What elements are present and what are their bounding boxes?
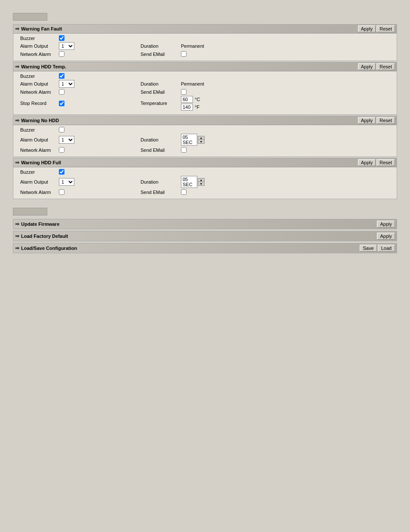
- hdd-full-send-email-label: Send EMail: [141, 190, 179, 195]
- warning-fan-fault-reset-button[interactable]: Reset: [376, 25, 395, 32]
- warning-no-hdd-apply-button[interactable]: Apply: [358, 117, 376, 124]
- hdd-full-network-alarm-checkbox[interactable]: [59, 189, 64, 195]
- hdd-temp-stop-record-label: Stop Record: [20, 101, 59, 106]
- warning-hdd-full-reset-button[interactable]: Reset: [376, 159, 395, 166]
- page-wrapper: ➡ Warning Fan Fault Apply Reset Buzzer: [0, 0, 410, 268]
- hdd-full-buzzer-row: Buzzer: [20, 169, 390, 175]
- hdd-full-send-email-checkbox[interactable]: [181, 189, 187, 195]
- no-hdd-duration-down[interactable]: ▼: [198, 140, 204, 143]
- hdd-temp-buzzer-label: Buzzer: [20, 74, 59, 79]
- no-hdd-alarm-row: Alarm Output 1 Duration 05 SEC ▲: [20, 134, 390, 146]
- no-hdd-buzzer-checkbox[interactable]: [59, 127, 64, 132]
- load-save-config-load-button[interactable]: Load: [378, 245, 395, 252]
- no-hdd-duration-label: Duration: [141, 137, 179, 142]
- hdd-temp-duration-label: Duration: [141, 81, 179, 86]
- fan-fault-alarm-output-label: Alarm Output: [20, 43, 59, 49]
- no-hdd-alarm-output-label: Alarm Output: [20, 137, 59, 142]
- arrow-icon-4: ➡: [15, 160, 19, 166]
- arrow-icon-5: ➡: [15, 221, 19, 227]
- warning-hdd-full-header: ➡ Warning HDD Full Apply Reset: [13, 158, 397, 167]
- update-firmware-panel: ➡ Update Firmware Apply: [13, 219, 397, 229]
- update-firmware-buttons: Apply: [377, 221, 395, 228]
- hdd-temp-send-email-label: Send EMail: [141, 89, 179, 95]
- fan-fault-buzzer-checkbox[interactable]: [59, 35, 64, 41]
- arrow-icon-6: ➡: [15, 233, 19, 239]
- fan-fault-buzzer-label: Buzzer: [20, 36, 59, 41]
- warning-hdd-temp-reset-button[interactable]: Reset: [376, 63, 395, 70]
- warning-hdd-temp-apply-button[interactable]: Apply: [358, 63, 376, 70]
- no-hdd-duration-spinner[interactable]: ▲ ▼: [198, 136, 205, 144]
- warning-hdd-temp-header: ➡ Warning HDD Temp. Apply Reset: [13, 62, 397, 71]
- load-save-config-save-button[interactable]: Save: [360, 245, 377, 252]
- warning-hdd-full-title: ➡ Warning HDD Full: [15, 160, 61, 166]
- hdd-full-network-row: Network Alarm Send EMail: [20, 189, 390, 195]
- hdd-temp-alarm-output-select[interactable]: 1: [59, 80, 74, 88]
- no-hdd-network-row: Network Alarm Send EMail: [20, 147, 390, 153]
- warning-no-hdd-header: ➡ Warning No HDD Apply Reset: [13, 116, 397, 125]
- hdd-full-alarm-output-label: Alarm Output: [20, 179, 59, 185]
- hdd-full-alarm-output-select[interactable]: 1: [59, 178, 74, 186]
- hdd-temp-duration-value: Permanent: [181, 81, 204, 86]
- no-hdd-buzzer-label: Buzzer: [20, 127, 59, 132]
- fan-fault-network-alarm-checkbox[interactable]: [59, 51, 64, 57]
- fan-fault-send-email-checkbox[interactable]: [181, 51, 187, 57]
- load-save-config-title: ➡ Load/Save Configuration: [15, 245, 77, 251]
- hdd-temp-network-alarm-label: Network Alarm: [20, 89, 59, 95]
- hdd-full-duration-value: 05 SEC: [181, 176, 197, 188]
- warning-hdd-full-apply-button[interactable]: Apply: [358, 159, 376, 166]
- load-factory-default-panel: ➡ Load Factory Default Apply: [13, 231, 397, 241]
- warning-no-hdd-reset-button[interactable]: Reset: [376, 117, 395, 124]
- no-hdd-duration-value: 05 SEC: [181, 134, 197, 146]
- hdd-temp-network-alarm-checkbox[interactable]: [59, 89, 64, 95]
- warning-fan-fault-body: Buzzer Alarm Output 1: [13, 34, 397, 61]
- hdd-full-duration-up[interactable]: ▲: [198, 178, 204, 182]
- hdd-temp-network-row: Network Alarm Send EMail: [20, 89, 390, 95]
- warning-fan-fault-buttons: Apply Reset: [358, 25, 395, 32]
- hdd-full-network-alarm-label: Network Alarm: [20, 190, 59, 195]
- load-factory-default-apply-button[interactable]: Apply: [377, 233, 395, 240]
- update-firmware-apply-button[interactable]: Apply: [377, 221, 395, 228]
- load-factory-default-buttons: Apply: [377, 233, 395, 240]
- warning-hdd-temp-title: ➡ Warning HDD Temp.: [15, 64, 66, 70]
- warning-hdd-temp-buttons: Apply Reset: [358, 63, 395, 70]
- fan-fault-duration-value: Permanent: [181, 43, 204, 49]
- hdd-temp-send-email-checkbox[interactable]: [181, 89, 187, 95]
- warning-hdd-full-body: Buzzer Alarm Output 1: [13, 167, 397, 199]
- arrow-icon-7: ➡: [15, 245, 19, 251]
- no-hdd-network-alarm-label: Network Alarm: [20, 148, 59, 153]
- no-hdd-send-email-checkbox[interactable]: [181, 147, 187, 153]
- warning-no-hdd-buttons: Apply Reset: [358, 117, 395, 124]
- load-save-config-buttons: Save Load: [360, 245, 395, 252]
- no-hdd-buzzer-row: Buzzer: [20, 127, 390, 132]
- no-hdd-duration-up[interactable]: ▲: [198, 136, 204, 140]
- load-save-config-header: ➡ Load/Save Configuration Save Load: [13, 243, 397, 253]
- fan-fault-duration-label: Duration: [141, 43, 179, 49]
- hdd-full-buzzer-label: Buzzer: [20, 169, 59, 175]
- update-firmware-title: ➡ Update Firmware: [15, 221, 59, 227]
- hdd-full-duration-spinner[interactable]: ▲ ▼: [198, 178, 205, 186]
- fan-fault-alarm-row: Alarm Output 1 Duration Permanent: [20, 42, 390, 50]
- warning-hdd-full-buttons: Apply Reset: [358, 159, 395, 166]
- warning-no-hdd-panel: ➡ Warning No HDD Apply Reset Buzzer: [13, 116, 397, 157]
- celsius-unit-label: °C: [195, 97, 200, 102]
- hdd-temp-temperature-label: Temperature: [141, 101, 179, 106]
- arrow-icon-3: ➡: [15, 117, 19, 123]
- fan-fault-alarm-output-select[interactable]: 1: [59, 42, 74, 50]
- hdd-temp-stop-record-checkbox[interactable]: [59, 101, 64, 106]
- warning-hdd-temp-panel: ➡ Warning HDD Temp. Apply Reset Buzzer: [13, 62, 397, 115]
- load-save-config-panel: ➡ Load/Save Configuration Save Load: [13, 243, 397, 253]
- arrow-icon-2: ➡: [15, 64, 19, 70]
- arrow-icon: ➡: [15, 26, 19, 32]
- no-hdd-alarm-output-select[interactable]: 1: [59, 136, 74, 144]
- fan-fault-network-row: Network Alarm Send EMail: [20, 51, 390, 57]
- hdd-full-duration-down[interactable]: ▼: [198, 182, 204, 185]
- update-firmware-header: ➡ Update Firmware Apply: [13, 219, 397, 229]
- warning-no-hdd-body: Buzzer Alarm Output 1: [13, 125, 397, 157]
- warning-fan-fault-apply-button[interactable]: Apply: [358, 25, 376, 32]
- hdd-temp-buzzer-checkbox[interactable]: [59, 73, 64, 79]
- no-hdd-network-alarm-checkbox[interactable]: [59, 147, 64, 153]
- hdd-temp-fahrenheit-input[interactable]: [181, 104, 193, 111]
- fahrenheit-unit-label: °F: [195, 105, 199, 110]
- hdd-temp-celsius-input[interactable]: [181, 96, 193, 103]
- hdd-full-buzzer-checkbox[interactable]: [59, 169, 64, 175]
